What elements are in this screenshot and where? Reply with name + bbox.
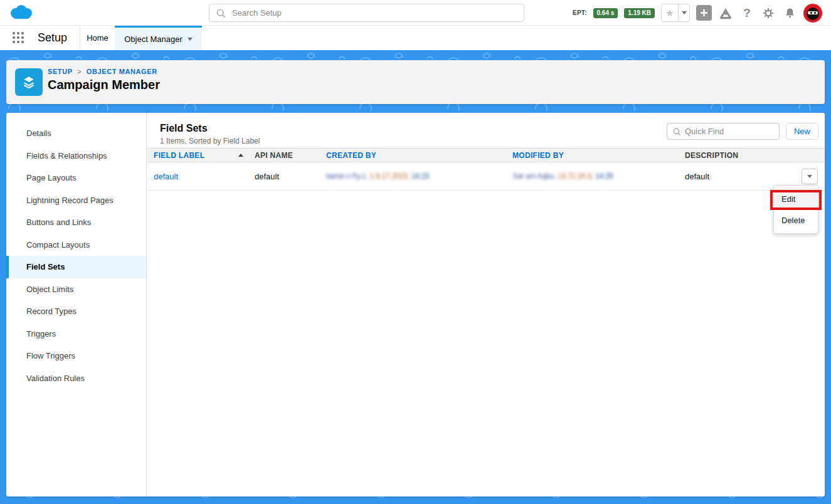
notifications-bell-button[interactable]	[782, 4, 797, 22]
sidebar-item-triggers[interactable]: Triggers	[6, 323, 146, 345]
chevron-down-icon	[807, 175, 812, 178]
favorites-dropdown-button[interactable]	[678, 4, 689, 21]
setup-gear-button[interactable]	[761, 4, 776, 22]
column-header-field-label[interactable]: FIELD LABEL	[154, 151, 255, 160]
chevron-down-icon	[188, 38, 193, 41]
app-launcher-icon[interactable]	[13, 32, 25, 45]
trailhead-icon	[719, 6, 733, 20]
ept-label: EPT:	[573, 9, 586, 16]
question-mark-icon: ?	[743, 6, 751, 20]
sidebar-item-buttons-and-links[interactable]: Buttons and Links	[6, 211, 146, 234]
guidance-trailhead-button[interactable]	[718, 4, 733, 22]
tab-object-manager[interactable]: Object Manager	[115, 26, 202, 50]
column-header-api-name: API NAME	[255, 151, 326, 160]
table-header: FIELD LABEL API NAME CREATED BY MODIFIED…	[147, 148, 825, 162]
quick-find-box[interactable]	[667, 123, 780, 140]
breadcrumb-object-manager-link[interactable]: OBJECT MANAGER	[87, 68, 157, 75]
layers-icon	[21, 74, 37, 90]
description-cell: default	[685, 172, 802, 181]
global-search[interactable]	[209, 4, 524, 22]
object-header-card: SETUP > OBJECT MANAGER Campaign Member	[6, 60, 825, 104]
field-set-link[interactable]: default	[154, 172, 178, 181]
column-header-modified-by[interactable]: MODIFIED BY	[512, 151, 685, 160]
panel-title: Field Sets	[160, 123, 208, 134]
help-button[interactable]: ?	[739, 4, 754, 22]
sort-asc-icon	[238, 154, 243, 157]
menu-item-edit[interactable]: Edit	[774, 188, 818, 209]
plus-icon	[700, 9, 708, 17]
salesforce-logo-icon	[8, 3, 35, 22]
tab-home[interactable]: Home	[80, 26, 115, 50]
content-card: Details Fields & Relationships Page Layo…	[6, 113, 825, 496]
new-button[interactable]: New	[786, 123, 818, 140]
ept-size-badge: 1.19 KB	[624, 8, 655, 18]
menu-item-delete[interactable]: Delete	[774, 209, 818, 231]
column-header-description: DESCRIPTION	[685, 151, 802, 160]
sidebar-item-object-limits[interactable]: Object Limits	[6, 278, 146, 301]
search-icon	[216, 8, 226, 18]
gear-icon	[762, 7, 775, 19]
object-icon	[15, 68, 43, 96]
favorites-star-button[interactable]	[662, 4, 678, 21]
sidebar-item-field-sets[interactable]: Field Sets	[6, 256, 146, 278]
app-name-label: Setup	[38, 26, 67, 50]
global-actions-plus-button[interactable]	[696, 5, 712, 21]
panel-subtitle: 1 Items, Sorted by Field Label	[160, 137, 260, 145]
panel-toolbar: Field Sets 1 Items, Sorted by Field Labe…	[147, 113, 825, 148]
column-header-created-by[interactable]: CREATED BY	[326, 151, 512, 160]
row-actions-dropdown-button[interactable]	[802, 169, 818, 184]
search-setup-input[interactable]	[232, 8, 517, 18]
row-actions-menu: Edit Delete	[773, 185, 818, 234]
breadcrumb-setup-link[interactable]: SETUP	[48, 68, 72, 75]
chevron-down-icon	[682, 11, 687, 14]
setup-tab-bar: Setup Home Object Manager	[0, 26, 831, 50]
sidebar-item-compact-layouts[interactable]: Compact Layouts	[6, 234, 146, 256]
breadcrumb: SETUP > OBJECT MANAGER	[48, 68, 160, 75]
sidebar-item-flow-triggers[interactable]: Flow Triggers	[6, 345, 146, 367]
modified-by-cell-redacted: Sar am Aqbu, 13.72.20.3, 14:29	[512, 172, 685, 181]
created-by-cell-redacted: bame n Fp.c, 1.9.17.2023, 14:23	[326, 172, 512, 181]
bell-icon	[784, 7, 796, 19]
user-avatar[interactable]	[803, 4, 822, 23]
quick-find-input[interactable]	[685, 127, 760, 136]
api-name-cell: default	[255, 172, 326, 181]
sidebar-item-fields-relationships[interactable]: Fields & Relationships	[6, 145, 146, 167]
field-sets-panel: Field Sets 1 Items, Sorted by Field Labe…	[147, 113, 825, 496]
object-sidebar: Details Fields & Relationships Page Layo…	[6, 113, 147, 496]
sidebar-item-details[interactable]: Details	[6, 122, 146, 145]
search-icon	[672, 127, 681, 136]
sidebar-item-page-layouts[interactable]: Page Layouts	[6, 167, 146, 189]
star-icon	[665, 8, 675, 18]
sidebar-item-record-types[interactable]: Record Types	[6, 300, 146, 323]
sidebar-item-validation-rules[interactable]: Validation Rules	[6, 367, 146, 390]
ept-time-badge: 0.64 s	[593, 8, 618, 18]
table-row: default default bame n Fp.c, 1.9.17.2023…	[147, 162, 825, 191]
sidebar-item-lightning-record-pages[interactable]: Lightning Record Pages	[6, 189, 146, 212]
global-header: EPT: 0.64 s 1.19 KB ?	[0, 0, 831, 26]
breadcrumb-separator: >	[77, 68, 82, 75]
page-title: Campaign Member	[48, 78, 160, 92]
